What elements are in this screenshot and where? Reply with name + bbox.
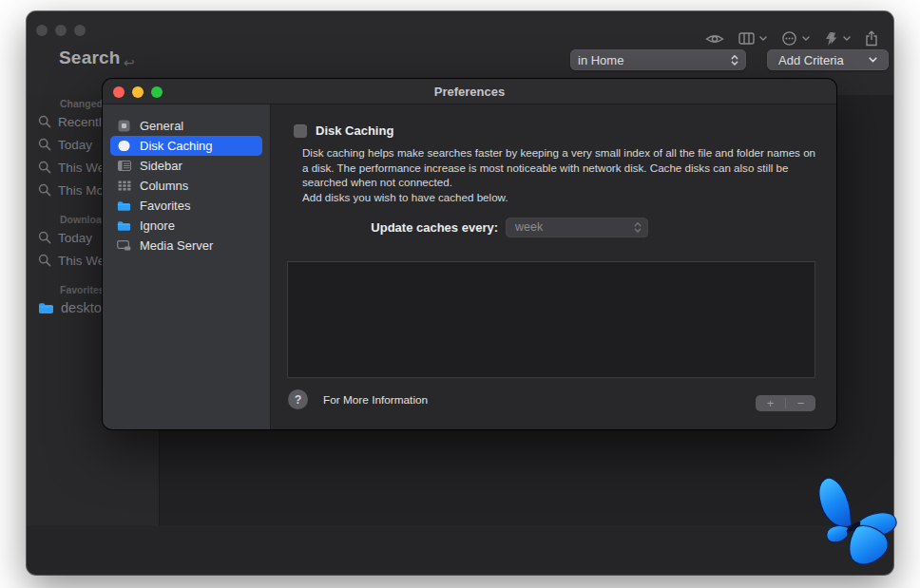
updown-chevron-icon xyxy=(731,54,738,66)
media-server-icon xyxy=(117,240,131,251)
actions-button[interactable] xyxy=(820,29,854,48)
cached-disks-list[interactable] xyxy=(287,261,815,378)
search-icon xyxy=(38,183,51,197)
sidebar-list-icon xyxy=(117,161,131,171)
search-icon xyxy=(38,138,51,151)
columns-list-icon xyxy=(117,180,131,191)
share-button[interactable] xyxy=(861,28,882,48)
more-options-button[interactable] xyxy=(777,28,814,48)
zoom-button[interactable] xyxy=(74,25,86,36)
category-media-server[interactable]: Media Server xyxy=(110,236,262,256)
search-icon xyxy=(38,254,51,267)
preferences-category-list: General Disk Caching Sidebar xyxy=(103,104,271,429)
chevron-down-icon xyxy=(802,36,810,41)
disk-caching-pane: Disk Caching Disk caching helps make sea… xyxy=(272,104,836,429)
search-icon xyxy=(38,115,51,128)
eye-icon xyxy=(705,32,724,46)
help-button[interactable]: ? xyxy=(288,389,308,409)
update-caches-label: Update caches every: xyxy=(302,220,506,235)
update-interval-value: week xyxy=(515,220,543,234)
add-criteria-dropdown[interactable]: Add Criteria xyxy=(767,49,889,70)
chevron-down-icon xyxy=(843,36,851,41)
category-sidebar[interactable]: Sidebar xyxy=(110,156,262,176)
add-remove-control: + − xyxy=(756,395,815,411)
chevron-down-icon xyxy=(759,36,767,41)
flash-icon xyxy=(824,31,838,47)
window-controls xyxy=(36,25,86,36)
view-columns-button[interactable] xyxy=(735,30,771,47)
disk-caching-checkbox-label: Disk Caching xyxy=(316,123,393,138)
dialog-titlebar: Preferences xyxy=(103,79,836,104)
folder-icon xyxy=(117,220,131,232)
scope-value: in Home xyxy=(578,53,623,67)
category-general[interactable]: General xyxy=(110,116,262,136)
close-button[interactable] xyxy=(36,25,48,36)
category-columns[interactable]: Columns xyxy=(110,176,262,196)
add-disk-button[interactable]: + xyxy=(756,395,785,411)
share-icon xyxy=(865,30,878,47)
page-title: Search xyxy=(59,47,121,68)
update-interval-popup[interactable]: week xyxy=(506,218,648,237)
general-icon xyxy=(117,120,131,132)
return-key-icon: ↩ xyxy=(124,55,135,70)
search-icon xyxy=(38,161,51,174)
columns-icon xyxy=(738,32,755,45)
updown-chevron-icon xyxy=(634,221,642,234)
disk-caching-checkbox[interactable] xyxy=(294,124,307,138)
preferences-dialog: Preferences General Disk Caching Sidebar xyxy=(103,79,836,429)
quick-look-button[interactable] xyxy=(701,30,728,47)
more-information-label: For More Information xyxy=(323,393,428,407)
add-criteria-label: Add Criteria xyxy=(778,53,844,67)
search-icon xyxy=(38,231,51,244)
minimize-button[interactable] xyxy=(55,25,67,36)
dialog-title: Preferences xyxy=(103,85,836,99)
disk-icon xyxy=(117,140,131,152)
category-favorites[interactable]: Favorites xyxy=(110,196,262,216)
folder-icon xyxy=(38,302,54,314)
question-mark-icon: ? xyxy=(295,393,302,407)
search-scope-popup[interactable]: in Home xyxy=(570,49,746,70)
folder-icon xyxy=(117,200,131,212)
butterfly-image xyxy=(807,474,902,573)
category-disk-caching[interactable]: Disk Caching xyxy=(110,136,262,156)
chevron-down-icon xyxy=(869,57,877,63)
ellipsis-circle-icon xyxy=(781,30,797,47)
remove-disk-button[interactable]: − xyxy=(786,395,815,411)
category-ignore[interactable]: Ignore xyxy=(110,216,262,236)
desktop: Search ↩ xyxy=(0,0,920,588)
disk-caching-description: Disk caching helps make searches faster … xyxy=(302,145,823,204)
